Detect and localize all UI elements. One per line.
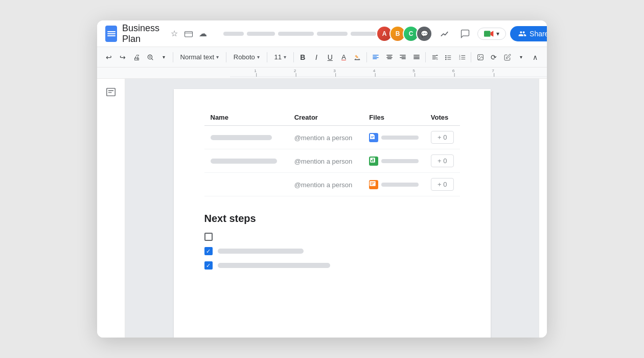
formatting-toolbar: ↩ ↪ 🖨 ▾ Normal text ▾ Roboto ▾ 11 ▾ B — [97, 47, 547, 68]
align-center-button[interactable] — [383, 50, 395, 64]
svg-text:3: 3 — [333, 69, 336, 73]
table-row: @mention a person — [204, 149, 460, 173]
creator-cell-2[interactable]: @mention a person — [288, 149, 363, 173]
vote-1: + 0 — [431, 131, 454, 144]
menu-insert[interactable] — [317, 32, 348, 36]
meet-button[interactable]: ▾ — [477, 28, 506, 40]
align-left-button[interactable] — [370, 50, 381, 64]
document-page[interactable]: Name Creator Files Votes — [174, 89, 491, 338]
share-button[interactable]: Share — [510, 26, 547, 41]
checklist-item-1 — [204, 233, 460, 241]
check-bar-3 — [218, 263, 330, 268]
name-bar-2 — [211, 159, 277, 164]
align-right-button[interactable] — [397, 50, 409, 64]
svg-rect-27 — [107, 88, 116, 96]
menu-edit[interactable] — [247, 32, 275, 36]
next-steps-title: Next steps — [204, 213, 460, 225]
table-row: @mention a person — [204, 126, 460, 149]
style-caret: ▾ — [216, 54, 219, 60]
svg-text:6: 6 — [452, 69, 455, 73]
svg-point-4 — [446, 55, 447, 56]
files-table: Name Creator Files Votes — [204, 109, 460, 196]
menu-file[interactable] — [223, 32, 244, 36]
undo-button[interactable]: ↩ — [103, 50, 115, 64]
italic-button[interactable]: I — [311, 50, 323, 64]
collapse-button[interactable]: ∧ — [529, 50, 541, 64]
col-files: Files — [363, 109, 424, 126]
right-sidebar — [539, 79, 547, 338]
mention-2: @mention a person — [294, 158, 353, 165]
mention-3: @mention a person — [294, 181, 353, 189]
checkbox-1[interactable] — [204, 233, 213, 241]
edit-caret[interactable]: ▾ — [516, 50, 527, 64]
file-container-3 — [369, 180, 418, 189]
meet-label: ▾ — [496, 30, 499, 37]
line-spacing-button[interactable] — [429, 50, 441, 64]
next-steps-section: Next steps ✓ ✓ — [204, 213, 460, 270]
redo-button[interactable]: ↪ — [117, 50, 129, 64]
svg-text:5: 5 — [412, 69, 415, 73]
vote-3: + 0 — [431, 178, 454, 191]
numbered-list-button[interactable]: 1 2 3 — [456, 50, 468, 64]
menu-format[interactable] — [351, 32, 376, 36]
title-left: Business Plan ☆ ☁ — [105, 23, 376, 44]
svg-text:2: 2 — [294, 69, 296, 73]
file-container-2 — [369, 156, 418, 166]
bold-button[interactable]: B — [297, 50, 309, 64]
checkbox-2[interactable]: ✓ — [204, 247, 213, 255]
separator-4 — [293, 52, 294, 62]
link-button[interactable]: ⟳ — [488, 50, 500, 64]
document-title[interactable]: Business Plan — [122, 23, 164, 44]
file-icon-3 — [369, 180, 378, 189]
svg-point-11 — [479, 56, 480, 57]
font-dropdown[interactable]: Roboto ▾ — [229, 52, 264, 62]
file-container-1 — [369, 133, 418, 142]
file-bar-2 — [381, 159, 418, 163]
title-action-icons: ☆ ☁ — [169, 29, 208, 39]
edit-button[interactable] — [502, 50, 514, 64]
main-content: Name Creator Files Votes — [97, 79, 547, 338]
svg-text:7: 7 — [492, 69, 494, 73]
docs-app-icon — [105, 26, 117, 42]
size-dropdown[interactable]: 11 ▾ — [270, 52, 290, 62]
checklist-item-3: ✓ — [204, 261, 460, 270]
drive-icon[interactable] — [183, 29, 194, 39]
style-dropdown[interactable]: Normal text ▾ — [176, 52, 223, 62]
svg-text:4: 4 — [373, 69, 376, 73]
creator-cell-1[interactable]: @mention a person — [288, 126, 363, 149]
checkbox-3[interactable]: ✓ — [204, 261, 213, 270]
bullet-list-button[interactable] — [443, 50, 454, 64]
star-icon[interactable]: ☆ — [169, 29, 179, 39]
file-icon-2 — [369, 156, 378, 166]
share-label: Share — [530, 30, 547, 38]
highlight-button[interactable] — [352, 50, 363, 64]
menu-bar — [223, 32, 376, 36]
cloud-icon[interactable]: ☁ — [198, 29, 208, 39]
trending-icon[interactable] — [436, 26, 453, 42]
text-color-button[interactable]: A — [338, 50, 350, 64]
print-button[interactable]: 🖨 — [131, 50, 143, 64]
zoom-button[interactable] — [144, 50, 156, 64]
vote-cell-1[interactable]: + 0 — [425, 126, 460, 149]
svg-rect-1 — [484, 31, 491, 37]
name-bar-1 — [211, 135, 272, 140]
size-label: 11 — [274, 53, 282, 61]
svg-text:1: 1 — [254, 69, 257, 73]
name-cell-1 — [204, 126, 288, 149]
separator-3 — [267, 52, 267, 62]
col-votes: Votes — [425, 109, 460, 126]
vote-2: + 0 — [431, 154, 454, 167]
separator-5 — [366, 52, 367, 62]
comment-icon[interactable] — [457, 26, 473, 42]
app-window: Business Plan ☆ ☁ — [97, 20, 547, 338]
underline-button[interactable]: U — [324, 50, 336, 64]
toc-icon[interactable] — [104, 85, 118, 99]
vote-cell-3[interactable]: + 0 — [425, 173, 460, 196]
svg-rect-0 — [185, 31, 193, 37]
image-button[interactable] — [474, 50, 486, 64]
menu-view[interactable] — [278, 32, 314, 36]
vote-cell-2[interactable]: + 0 — [425, 149, 460, 173]
creator-cell-3[interactable]: @mention a person — [288, 173, 363, 196]
svg-point-6 — [446, 58, 447, 59]
justify-button[interactable] — [411, 50, 423, 64]
